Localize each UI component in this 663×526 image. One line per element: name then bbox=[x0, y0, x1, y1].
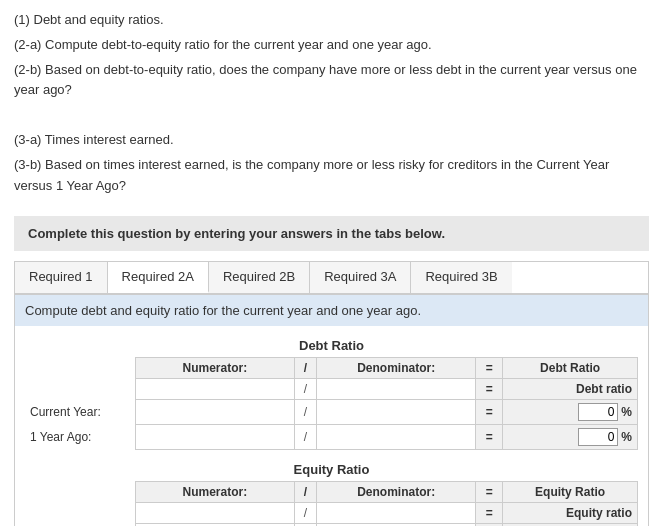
debt-one-year-ago-slash: / bbox=[295, 425, 317, 450]
debt-label-num-cell bbox=[135, 379, 294, 400]
tab-required2a[interactable]: Required 2A bbox=[108, 262, 209, 293]
intro-line2a: (2-a) Compute debt-to-equity ratio for t… bbox=[14, 35, 649, 56]
equity-header-row: Numerator: / Denominator: = Equity Ratio bbox=[25, 482, 638, 503]
equity-result-header: Equity Ratio bbox=[503, 482, 638, 503]
debt-one-year-ago-row: 1 Year Ago: / = % bbox=[25, 425, 638, 450]
equity-label-slash: / bbox=[295, 503, 317, 524]
debt-slash-header: / bbox=[295, 358, 317, 379]
debt-table: Numerator: / Denominator: = Debt Ratio /… bbox=[25, 357, 638, 450]
debt-one-year-ago-result: % bbox=[503, 425, 638, 450]
debt-header-row: Numerator: / Denominator: = Debt Ratio bbox=[25, 358, 638, 379]
debt-current-year-den-input[interactable] bbox=[322, 403, 470, 421]
debt-current-year-result-input[interactable] bbox=[578, 403, 618, 421]
debt-denominator-header: Denominator: bbox=[317, 358, 476, 379]
debt-one-year-ago-den-input[interactable] bbox=[322, 428, 470, 446]
debt-one-year-ago-den[interactable] bbox=[317, 425, 476, 450]
tab-required3a[interactable]: Required 3A bbox=[310, 262, 411, 293]
debt-label-result: Debt ratio bbox=[503, 379, 638, 400]
debt-header-empty bbox=[25, 358, 135, 379]
tabs-row: Required 1 Required 2A Required 2B Requi… bbox=[15, 262, 648, 294]
debt-current-year-num[interactable] bbox=[135, 400, 294, 425]
tab-description: Compute debt and equity ratio for the cu… bbox=[15, 295, 648, 326]
equity-label-den-cell bbox=[317, 503, 476, 524]
debt-one-year-ago-label: 1 Year Ago: bbox=[25, 425, 135, 450]
equity-table: Numerator: / Denominator: = Equity Ratio… bbox=[25, 481, 638, 526]
debt-current-year-den[interactable] bbox=[317, 400, 476, 425]
intro-line3b: (3-b) Based on times interest earned, is… bbox=[14, 155, 649, 197]
intro-line3a: (3-a) Times interest earned. bbox=[14, 130, 649, 151]
debt-label-row: / = Debt ratio bbox=[25, 379, 638, 400]
equity-header-empty bbox=[25, 482, 135, 503]
debt-current-year-row: Current Year: / = % bbox=[25, 400, 638, 425]
debt-result-header: Debt Ratio bbox=[503, 358, 638, 379]
debt-one-year-ago-num[interactable] bbox=[135, 425, 294, 450]
instruction-box: Complete this question by entering your … bbox=[14, 216, 649, 251]
intro-text: (1) Debt and equity ratios. (2-a) Comput… bbox=[0, 0, 663, 206]
equity-label-row: / = Equity ratio bbox=[25, 503, 638, 524]
equity-label-result: Equity ratio bbox=[503, 503, 638, 524]
tabs-container: Required 1 Required 2A Required 2B Requi… bbox=[14, 261, 649, 294]
debt-current-year-equals: = bbox=[476, 400, 503, 425]
intro-line2b: (2-b) Based on debt-to-equity ratio, doe… bbox=[14, 60, 649, 102]
debt-current-year-result: % bbox=[503, 400, 638, 425]
tab-required1[interactable]: Required 1 bbox=[15, 262, 108, 293]
debt-label-equals: = bbox=[476, 379, 503, 400]
equity-label-equals: = bbox=[476, 503, 503, 524]
debt-one-year-ago-result-input[interactable] bbox=[578, 428, 618, 446]
equity-slash-header: / bbox=[295, 482, 317, 503]
intro-line1: (1) Debt and equity ratios. bbox=[14, 10, 649, 31]
debt-one-year-ago-equals: = bbox=[476, 425, 503, 450]
debt-current-year-slash: / bbox=[295, 400, 317, 425]
equity-numerator-header: Numerator: bbox=[135, 482, 294, 503]
debt-current-year-label: Current Year: bbox=[25, 400, 135, 425]
debt-label-empty bbox=[25, 379, 135, 400]
debt-equals-header: = bbox=[476, 358, 503, 379]
debt-label-den-cell bbox=[317, 379, 476, 400]
debt-section: Debt Ratio Numerator: / Denominator: = D… bbox=[15, 326, 648, 526]
equity-label-num-cell bbox=[135, 503, 294, 524]
equity-denominator-header: Denominator: bbox=[317, 482, 476, 503]
equity-label-empty bbox=[25, 503, 135, 524]
equity-section-title: Equity Ratio bbox=[25, 450, 638, 481]
debt-current-year-num-input[interactable] bbox=[141, 403, 289, 421]
debt-label-slash: / bbox=[295, 379, 317, 400]
debt-one-year-ago-num-input[interactable] bbox=[141, 428, 289, 446]
equity-equals-header: = bbox=[476, 482, 503, 503]
tab-content: Compute debt and equity ratio for the cu… bbox=[14, 294, 649, 526]
tab-required2b[interactable]: Required 2B bbox=[209, 262, 310, 293]
debt-section-title: Debt Ratio bbox=[25, 332, 638, 357]
tab-required3b[interactable]: Required 3B bbox=[411, 262, 511, 293]
debt-numerator-header: Numerator: bbox=[135, 358, 294, 379]
